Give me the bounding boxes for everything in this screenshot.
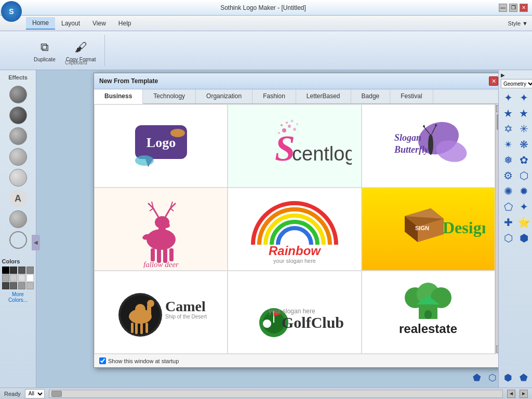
shape-6point-star-2[interactable]: ✦ (516, 90, 530, 105)
colors-panel: Colors More Colors... (0, 256, 36, 305)
tab-badge[interactable]: Badge (351, 89, 391, 103)
style-dropdown[interactable]: Style ▼ (508, 20, 528, 26)
geometry-select[interactable]: Geometry (501, 79, 532, 88)
color-swatch-5[interactable] (2, 274, 9, 282)
color-swatch-11[interactable] (18, 282, 25, 289)
copy-format-icon: 🖌 (73, 39, 89, 56)
scroll-up-button[interactable]: ▲ (496, 105, 499, 112)
shape-circle-bottom[interactable]: ⬟ (516, 370, 531, 385)
horizontal-scrollbar[interactable] (49, 390, 503, 398)
scroll-down-button[interactable]: ▼ (496, 345, 499, 353)
color-swatch-6[interactable] (10, 274, 17, 282)
rainbow-logo-svg: Rainbow your slogan here (237, 193, 352, 265)
shape-asterisk-1[interactable]: ✴ (501, 137, 515, 152)
effect-circle-3[interactable] (9, 127, 27, 145)
shape-octagon-1[interactable]: ⬢ (516, 231, 530, 245)
app-logo: S (1, 1, 22, 22)
left-panel: Effects A Colors (0, 70, 36, 399)
restore-button[interactable]: ❐ (509, 4, 517, 12)
title-bar: S Sothink Logo Maker - [Untitled] — ❐ ✕ (0, 0, 532, 16)
shape-hexagon-bottom[interactable]: ⬡ (498, 370, 500, 385)
svg-line-37 (165, 208, 170, 217)
color-swatch-7[interactable] (18, 274, 25, 282)
color-swatch-3[interactable] (18, 267, 25, 274)
h-scroll-thumb[interactable] (51, 391, 62, 397)
business-logo-svg: Logo (119, 115, 203, 177)
scroll-track[interactable] (496, 112, 499, 345)
shape-octagon-bottom[interactable]: ⬢ (501, 370, 515, 385)
more-colors-link[interactable]: More Colors... (2, 291, 34, 303)
shape-starburst-2[interactable]: ✹ (516, 184, 530, 198)
tab-fashion[interactable]: Fashion (252, 89, 296, 103)
shape-star-outline-1[interactable]: ✡ (501, 122, 515, 136)
shape-star-4pt-1[interactable]: ✦ (516, 200, 530, 214)
color-swatch-2[interactable] (10, 267, 17, 274)
text-effect-button[interactable]: A (9, 190, 27, 207)
tab-letter-based[interactable]: LetterBased (296, 89, 351, 103)
menu-help[interactable]: Help (112, 18, 138, 29)
scroll-right-button[interactable]: ▶ (520, 390, 528, 398)
shape-hexagon-1[interactable]: ⬡ (501, 231, 515, 245)
shape-star-5pt-1[interactable]: ⭐ (516, 215, 530, 230)
shape-6point-star-1[interactable]: ✦ (501, 90, 515, 105)
template-golf-club[interactable]: your slogan here GolfClub (228, 271, 361, 354)
scroll-thumb[interactable] (497, 114, 499, 130)
color-swatch-4[interactable] (26, 267, 34, 274)
template-scentlogo[interactable]: S centlogo (228, 104, 361, 188)
effect-circle-6[interactable] (9, 210, 27, 228)
svg-rect-28 (151, 248, 155, 261)
shape-star-2[interactable]: ★ (516, 106, 530, 121)
startup-checkbox[interactable] (99, 357, 106, 364)
effect-circle-4[interactable] (9, 148, 27, 166)
template-camel[interactable]: Camel Ship of the Desert (94, 271, 228, 354)
svg-text:fallow deer: fallow deer (143, 260, 179, 268)
effect-circle-7[interactable] (9, 231, 27, 249)
shape-starburst-1[interactable]: ✺ (501, 184, 515, 198)
effect-circle-1[interactable] (9, 86, 27, 103)
shape-snowflake-1[interactable]: ❅ (501, 153, 515, 167)
canvas-area[interactable]: New From Template ✕ Business Technology … (36, 70, 498, 399)
color-swatch-9[interactable] (2, 282, 9, 289)
tab-business[interactable]: Business (94, 89, 143, 104)
effect-circle-2[interactable] (9, 107, 27, 124)
menu-layout[interactable]: Layout (55, 18, 86, 29)
template-real-estate[interactable]: realestate (362, 271, 495, 354)
effect-circle-5[interactable] (9, 169, 27, 187)
scroll-left-button[interactable]: ◀ (507, 390, 515, 398)
close-button[interactable]: ✕ (520, 4, 528, 12)
tab-technology[interactable]: Technology (143, 89, 196, 103)
svg-point-17 (428, 134, 433, 155)
shape-circle-1[interactable]: ⬡ (516, 168, 530, 183)
shape-flower-1[interactable]: ✿ (516, 153, 530, 167)
left-panel-collapse-arrow[interactable]: ◀ (32, 235, 40, 250)
shape-asterisk-2[interactable]: ❋ (516, 137, 530, 152)
shape-star-1[interactable]: ★ (501, 106, 515, 121)
duplicate-button[interactable]: ⧉ Duplicate (30, 37, 60, 64)
template-butterfly[interactable]: Slogan Butterfly (362, 104, 495, 188)
menu-home[interactable]: Home (26, 17, 55, 30)
dialog-close-button[interactable]: ✕ (489, 76, 498, 86)
color-swatch-8[interactable] (26, 274, 34, 282)
template-fallow-deer[interactable]: fallow deer (94, 188, 228, 271)
menu-view[interactable]: View (86, 18, 112, 29)
scent-logo-svg: S centlogo (237, 115, 352, 177)
filter-select[interactable]: All (25, 389, 45, 398)
template-sign-design[interactable]: SIGN Design (362, 188, 495, 271)
shape-pentagon-1[interactable]: ⬠ (501, 200, 515, 214)
shape-cross-1[interactable]: ✳ (516, 122, 530, 136)
minimize-button[interactable]: — (499, 4, 507, 12)
title-bar-controls[interactable]: — ❐ ✕ (499, 4, 528, 12)
tab-festival[interactable]: Festival (390, 89, 433, 103)
shape-gear-1[interactable]: ⚙ (501, 168, 515, 183)
color-swatch-1[interactable] (2, 267, 9, 274)
svg-text:your slogan here: your slogan here (273, 258, 316, 264)
color-swatch-10[interactable] (10, 282, 17, 289)
golf-logo-svg: your slogan here GolfClub (237, 276, 352, 349)
template-rainbow[interactable]: Rainbow your slogan here (228, 188, 361, 271)
shape-cross-2[interactable]: ✚ (501, 215, 515, 230)
template-logo-business[interactable]: Logo (94, 104, 228, 188)
title-bar-title: Sothink Logo Maker - [Untitled] (28, 4, 499, 11)
tab-organization[interactable]: Organization (196, 89, 252, 103)
dialog-footer: Show this window at startup (94, 354, 498, 367)
color-swatch-12[interactable] (26, 282, 34, 289)
